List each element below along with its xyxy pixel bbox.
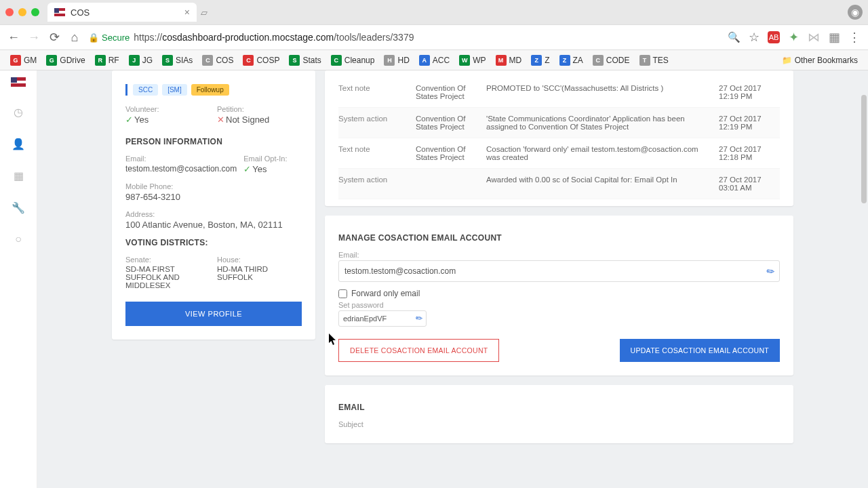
bookmark-item[interactable]: GGDrive xyxy=(43,53,88,68)
bookmark-item[interactable]: GGM xyxy=(7,53,40,68)
tab-bar: COS × ▱ ◉ xyxy=(0,0,868,24)
bookmark-item[interactable]: RRF xyxy=(92,53,123,68)
bookmarks-bar: GGMGGDriveRRFJJGSSIAsCCOSCCOSPSStatsCCle… xyxy=(0,50,868,70)
window-controls[interactable] xyxy=(5,8,39,16)
history-type: Text note xyxy=(338,84,406,100)
manage-email-label: Email: xyxy=(338,251,780,259)
volunteer-label: Volunteer: xyxy=(125,105,210,113)
bookmark-label: SIAs xyxy=(176,56,193,65)
bookmark-item[interactable]: CCODE xyxy=(589,53,633,68)
manage-title: MANAGE COSACTION EMAIL ACCOUNT xyxy=(338,233,780,243)
extension-icon-4[interactable]: ▦ xyxy=(827,30,841,45)
bookmark-label: Z xyxy=(545,56,549,65)
address-label: Address: xyxy=(125,210,302,218)
forward-button[interactable]: → xyxy=(27,30,41,45)
bookmark-item[interactable]: AACC xyxy=(416,53,453,68)
bookmark-item[interactable]: JJG xyxy=(125,53,156,68)
reload-button[interactable]: ⟳ xyxy=(47,30,61,45)
bookmark-label: COSP xyxy=(256,56,279,65)
history-row: System action Awarded with 0.00 sc of So… xyxy=(338,169,780,199)
badge-followup: Followup xyxy=(191,84,229,96)
view-profile-button[interactable]: VIEW PROFILE xyxy=(125,302,302,326)
subject-label: Subject xyxy=(338,420,780,428)
bookmark-item[interactable]: MMD xyxy=(492,53,526,68)
bookmark-item[interactable]: TTES xyxy=(636,53,672,68)
bookmark-item[interactable]: SSIAs xyxy=(159,53,196,68)
house-value: HD-MA THIRD SUFFOLK xyxy=(217,265,302,281)
setpw-label: Set password xyxy=(338,301,780,309)
email-input[interactable] xyxy=(338,260,780,282)
history-desc: PROMOTED to 'SCC'(Massachusetts: All Dis… xyxy=(486,84,709,100)
address-bar: ← → ⟳ ⌂ 🔒 Secure https://cosdashboard-pr… xyxy=(0,24,868,50)
bookmark-item[interactable]: WWP xyxy=(456,53,489,68)
bookmark-icon: S xyxy=(289,55,300,66)
bookmark-label: HD xyxy=(397,56,409,65)
extension-icon-3[interactable]: ⋈ xyxy=(807,30,821,45)
bookmark-item[interactable]: ZZA xyxy=(556,53,587,68)
bookmark-icon: Z xyxy=(559,55,570,66)
profile-card: SCC [SM] Followup Volunteer: ✓Yes Petiti… xyxy=(112,70,315,340)
mobile-label: Mobile Phone: xyxy=(125,182,302,190)
url-field[interactable]: 🔒 Secure https://cosdashboard-production… xyxy=(88,32,720,43)
home-button[interactable]: ⌂ xyxy=(68,30,81,45)
bookmark-item[interactable]: SStats xyxy=(285,53,324,68)
petition-value: ✕Not Signed xyxy=(217,115,302,125)
maximize-window-dot[interactable] xyxy=(31,8,39,16)
close-tab-icon[interactable]: × xyxy=(184,7,190,18)
extension-abp-icon[interactable]: AB xyxy=(768,31,780,43)
password-input[interactable] xyxy=(338,310,427,327)
history-org: Convention Of States Project xyxy=(416,84,477,100)
history-type: Text note xyxy=(338,145,406,161)
email-value: testom.testom@cosaction.com xyxy=(125,164,237,174)
star-icon[interactable]: ☆ xyxy=(747,30,761,45)
bookmark-icon: M xyxy=(496,55,507,66)
bookmark-item[interactable]: CCOS xyxy=(199,53,237,68)
flag-icon[interactable] xyxy=(11,77,26,87)
browser-tab[interactable]: COS × xyxy=(47,3,197,22)
zoom-icon[interactable]: 🔍 xyxy=(727,31,741,43)
bookmark-icon: C xyxy=(593,55,604,66)
history-row: Text note Convention Of States Project C… xyxy=(338,138,780,169)
scrollbar[interactable] xyxy=(861,95,867,203)
bookmark-icon: A xyxy=(419,55,430,66)
nav-tools-icon[interactable]: 🔧 xyxy=(12,201,25,214)
profile-avatar-icon[interactable]: ◉ xyxy=(848,5,863,20)
menu-icon[interactable]: ⋮ xyxy=(848,30,861,45)
nav-dashboard-icon[interactable]: ◷ xyxy=(14,106,23,119)
bookmark-icon: C xyxy=(243,55,254,66)
nav-grid-icon[interactable]: ▦ xyxy=(14,169,24,182)
other-bookmarks-label: Other Bookmarks xyxy=(795,56,858,65)
bookmark-icon: G xyxy=(10,55,21,66)
cross-icon: ✕ xyxy=(217,115,224,125)
new-tab-button[interactable]: ▱ xyxy=(201,7,208,18)
extension-icon-2[interactable]: ✦ xyxy=(787,30,800,45)
history-desc: Cosaction 'forward only' email testom.te… xyxy=(486,145,709,161)
bookmark-label: ZA xyxy=(573,56,583,65)
bookmark-label: GM xyxy=(24,56,37,65)
bookmark-icon: C xyxy=(331,55,342,66)
update-email-button[interactable]: UPDATE COSACTION EMAIL ACCOUNT xyxy=(620,339,780,362)
bookmark-label: MD xyxy=(509,56,522,65)
tab-title: COS xyxy=(71,7,179,18)
bookmark-item[interactable]: HHD xyxy=(380,53,412,68)
bookmark-item[interactable]: CCleanup xyxy=(328,53,378,68)
history-date: 27 Oct 201712:19 PM xyxy=(719,115,780,131)
bookmark-item[interactable]: CCOSP xyxy=(239,53,283,68)
forward-only-label: Forward only email xyxy=(351,289,420,298)
bookmark-item[interactable]: ZZ xyxy=(528,53,553,68)
close-window-dot[interactable] xyxy=(5,8,14,16)
minimize-window-dot[interactable] xyxy=(18,8,26,16)
nav-settings-icon[interactable]: ○ xyxy=(15,233,22,245)
history-row: Text note Convention Of States Project P… xyxy=(338,77,780,108)
bookmark-icon: R xyxy=(95,55,106,66)
lock-icon: 🔒 xyxy=(88,33,99,43)
delete-email-button[interactable]: DELETE COSACTION EMAIL ACCOUNT xyxy=(338,339,499,362)
folder-icon: 📁 xyxy=(782,56,792,65)
back-button[interactable]: ← xyxy=(7,30,20,45)
nav-people-icon[interactable]: 👤 xyxy=(12,138,25,150)
content-area: SCC [SM] Followup Volunteer: ✓Yes Petiti… xyxy=(37,70,868,488)
forward-only-checkbox[interactable] xyxy=(338,289,347,298)
favicon-icon xyxy=(54,8,65,16)
other-bookmarks[interactable]: 📁 Other Bookmarks xyxy=(778,54,861,67)
bookmark-label: WP xyxy=(473,56,486,65)
